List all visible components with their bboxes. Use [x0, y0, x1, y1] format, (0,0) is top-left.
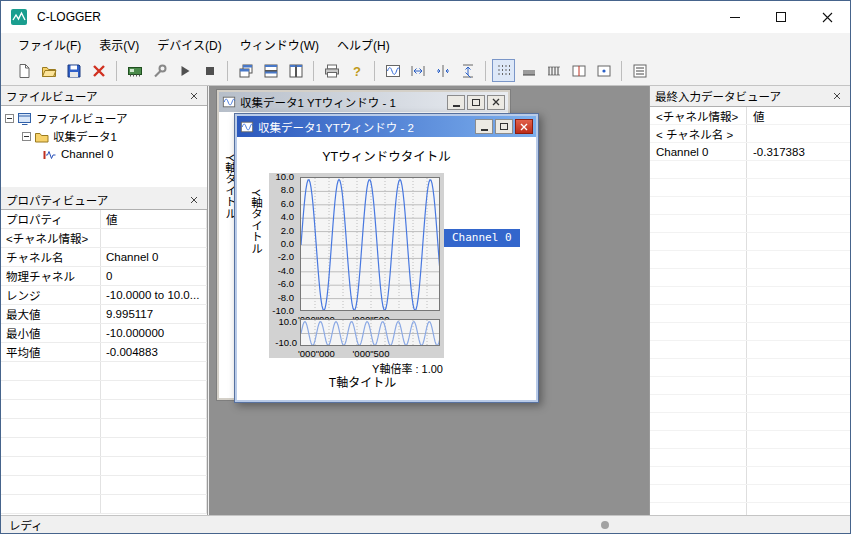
table-row[interactable]: < チャネル名 >: [650, 125, 850, 143]
yt-window-icon: [240, 120, 254, 134]
table-row: [650, 377, 850, 395]
property-viewer-panel: プロパティビューア プロパティ値 <チャネル情報> チャネル名Channel 0…: [1, 190, 208, 515]
tree-item-label: ファイルビューア: [36, 110, 128, 126]
file-viewer-panel: ファイルビューア ファイルビューア 収集データ1 Channel 0: [1, 86, 208, 187]
y-tick: 6.0: [281, 199, 294, 209]
channel-signal-icon: [42, 147, 57, 162]
tile-vertical-button[interactable]: [284, 59, 307, 82]
child-maximize-button[interactable]: [495, 119, 513, 134]
cursor-icon: [571, 63, 587, 79]
new-file-button[interactable]: [12, 59, 35, 82]
titlebar[interactable]: C-LOGGER: [1, 1, 850, 33]
close-button[interactable]: [804, 1, 850, 33]
legend-channel-0[interactable]: Channel 0: [444, 229, 520, 247]
table-row[interactable]: 最小値-10.000000: [1, 324, 207, 343]
tree-item-dataset[interactable]: 収集データ1: [1, 127, 207, 145]
collapse-icon[interactable]: [22, 132, 31, 141]
marker-button[interactable]: [592, 59, 615, 82]
table-row: [650, 359, 850, 377]
yt-window-1-titlebar[interactable]: 収集データ1 YTウィンドウ - 1: [219, 92, 508, 112]
maximize-button[interactable]: [758, 1, 804, 33]
app-window: C-LOGGER ファイル(F) 表示(V) デバイス(D) ウィンドウ(W) …: [0, 0, 851, 534]
table-header-row: <チャネル情報>値: [650, 107, 850, 125]
cursor-button[interactable]: [567, 59, 590, 82]
marker-icon: [596, 63, 612, 79]
table-row[interactable]: 平均値-0.004883: [1, 343, 207, 362]
table-row[interactable]: 物理チャネル0: [1, 267, 207, 286]
table-row: [650, 341, 850, 359]
folder-icon: [34, 129, 49, 144]
open-file-button[interactable]: [37, 59, 60, 82]
x-tick: '000"500: [345, 348, 397, 359]
table-row[interactable]: チャネル名Channel 0: [1, 248, 207, 267]
print-button[interactable]: [320, 59, 343, 82]
y-axis-title: Y軸タイトル: [248, 189, 264, 254]
toolbar-separator: [116, 61, 117, 81]
tree-item-channel[interactable]: Channel 0: [1, 145, 207, 163]
file-tree: ファイルビューア 収集データ1 Channel 0: [1, 106, 207, 163]
table-row: [650, 287, 850, 305]
child-minimize-button[interactable]: [447, 95, 465, 110]
child-close-button[interactable]: [487, 95, 505, 110]
child-minimize-button[interactable]: [475, 119, 493, 134]
device-setup-button[interactable]: [148, 59, 171, 82]
new-yt-window-button[interactable]: [381, 59, 404, 82]
tree-item-root[interactable]: ファイルビューア: [1, 109, 207, 127]
overview-plot[interactable]: [300, 319, 440, 346]
table-row[interactable]: 最大値9.995117: [1, 305, 207, 324]
menu-window[interactable]: ウィンドウ(W): [231, 33, 328, 56]
menu-view[interactable]: 表示(V): [90, 33, 148, 56]
y-tick: 2.0: [281, 226, 294, 236]
last-data-viewer-header: 最終入力データビューア: [650, 86, 850, 107]
fit-y-axis-icon: [460, 63, 476, 79]
fit-time-axis-button[interactable]: [406, 59, 429, 82]
grid-toggle-button[interactable]: [492, 59, 515, 82]
table-row: [650, 179, 850, 197]
table-row: [650, 323, 850, 341]
tree-item-label: Channel 0: [61, 148, 113, 160]
start-button[interactable]: [173, 59, 196, 82]
table-row: [650, 251, 850, 269]
minimize-icon: [730, 17, 740, 18]
property-viewer-close-button[interactable]: [186, 192, 202, 208]
stop-button[interactable]: [198, 59, 221, 82]
help-button[interactable]: ?: [345, 59, 368, 82]
menu-help[interactable]: ヘルプ(H): [328, 33, 399, 56]
table-row: [1, 495, 207, 514]
main-plot[interactable]: [300, 177, 440, 311]
toolbar-separator: [485, 61, 486, 81]
center-waveform-button[interactable]: [431, 59, 454, 82]
collapse-icon[interactable]: [5, 114, 14, 123]
menu-file[interactable]: ファイル(F): [9, 33, 90, 56]
time-ticks-button[interactable]: [517, 59, 540, 82]
child-maximize-button[interactable]: [467, 95, 485, 110]
child-close-button[interactable]: [515, 119, 533, 134]
menubar: ファイル(F) 表示(V) デバイス(D) ウィンドウ(W) ヘルプ(H): [1, 33, 850, 56]
file-viewer-close-button[interactable]: [186, 88, 202, 104]
last-data-viewer-close-button[interactable]: [829, 88, 845, 104]
table-row: [650, 269, 850, 287]
table-row: [1, 362, 207, 381]
sampling-ticks-button[interactable]: [542, 59, 565, 82]
fit-y-axis-button[interactable]: [456, 59, 479, 82]
delete-button[interactable]: [87, 59, 110, 82]
tile-horizontal-button[interactable]: [259, 59, 282, 82]
maximize-icon: [500, 123, 508, 130]
wrench-icon: [152, 63, 168, 79]
yt-window-2-titlebar[interactable]: 収集データ1 YTウィンドウ - 2: [237, 116, 536, 137]
minimize-button[interactable]: [712, 1, 758, 33]
yt-window-2[interactable]: 収集データ1 YTウィンドウ - 2 YTウィンドウタイトル Y軸タイトル 10…: [234, 113, 539, 403]
x-tick: '000"000: [298, 348, 335, 359]
table-row[interactable]: レンジ-10.0000 to 10.0...: [1, 286, 207, 305]
save-file-button[interactable]: [62, 59, 85, 82]
center-waveform-icon: [435, 63, 451, 79]
table-row[interactable]: Channel 0-0.317383: [650, 143, 850, 161]
close-icon: [822, 12, 833, 23]
cascade-windows-button[interactable]: [234, 59, 257, 82]
toolbar-separator: [227, 61, 228, 81]
table-row[interactable]: <チャネル情報>: [1, 229, 207, 248]
menu-device[interactable]: デバイス(D): [148, 33, 230, 56]
device-connect-button[interactable]: [123, 59, 146, 82]
tree-item-label: 収集データ1: [53, 128, 117, 144]
channel-list-button[interactable]: [628, 59, 651, 82]
